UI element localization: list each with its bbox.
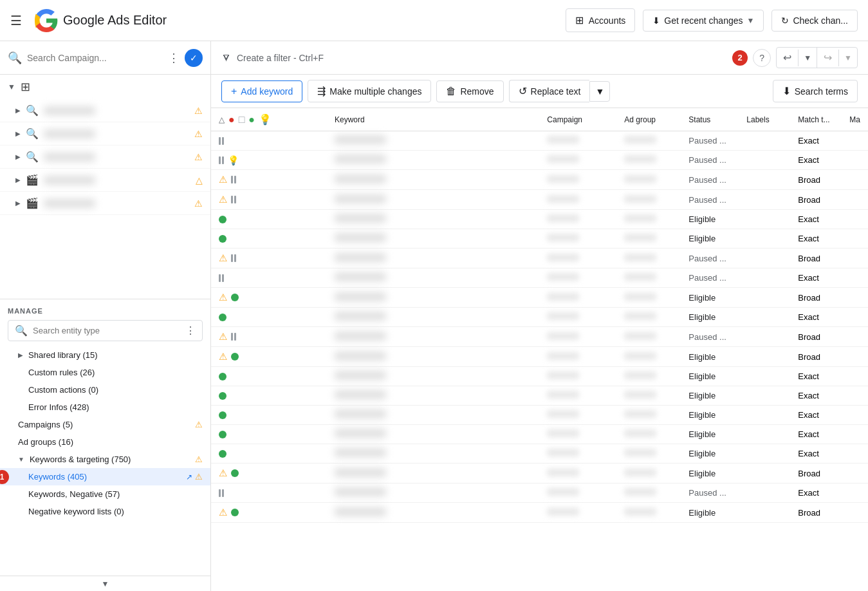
col-keyword-header[interactable]: Keyword [327,108,539,131]
icon-cell [211,406,327,425]
tree-row[interactable]: ▶ 🎬 ⚠ [0,192,210,215]
redo-dropdown[interactable]: ▼ [838,50,857,66]
manage-search-input[interactable] [33,326,180,335]
match-type-value: Exact [790,444,842,464]
match-type-value: Exact [790,425,842,444]
campaign-cell [539,444,616,464]
tree-row[interactable]: ▶ 🔍 ⚠ [0,122,210,145]
col-more-header[interactable]: Ma [842,108,868,131]
tree-collapse-icon[interactable]: ▼ [8,82,15,91]
check-changes-button[interactable]: ↻ Check chan... [771,10,858,32]
keyword-value [335,429,386,438]
menu-icon[interactable]: ☰ [10,13,22,28]
campaign-value [547,312,579,320]
add-keyword-button[interactable]: + Add keyword [221,80,302,102]
extra-cell [842,464,868,483]
undo-dropdown[interactable]: ▼ [798,50,817,66]
remove-button[interactable]: 🗑 Remove [436,80,503,102]
col-status-header[interactable]: Status [681,108,739,131]
search-terms-button[interactable]: ⬇ Search terms [773,80,858,102]
undo-button[interactable]: ↩ [777,48,798,68]
shared-library-label: Shared library (15) [28,350,203,360]
pause-icon [231,254,236,262]
get-recent-changes-button[interactable]: ⬇ Get recent changes ▼ [643,10,764,32]
adgroup-value [624,195,656,203]
table-row[interactable]: ⚠EligibleBroad [211,288,868,308]
tree-warning-icon: ⚠ [194,106,203,116]
table-row[interactable]: EligibleExact [211,367,868,386]
table-row[interactable]: ⚠EligibleBroad [211,347,868,367]
accounts-button[interactable]: ⊞ Accounts [566,8,636,32]
table-row[interactable]: ⚠Paused ...Broad [211,327,868,347]
filter-bar: ⛛ Create a filter - Ctrl+F 2 ? ↩ ▼ ↪ ▼ [211,41,868,75]
sidebar-item-keywords-targeting[interactable]: ▼ Keywords & targeting (750) ⚠ [0,451,210,468]
icon-cell: ⚠ [211,190,327,210]
replace-icon: ↺ [519,85,527,97]
more-options-icon[interactable]: ⋮ [168,51,180,65]
campaign-cell [539,464,616,483]
table-row[interactable]: EligibleExact [211,229,868,249]
col-icons-header[interactable]: △ ● □ ● 💡 [211,108,327,131]
search-campaign-input[interactable] [27,53,163,63]
table-row[interactable]: ⚠EligibleBroad [211,503,868,523]
filter-placeholder[interactable]: Create a filter - Ctrl+F [237,53,725,63]
table-row[interactable]: Paused ...Exact [211,268,868,288]
sidebar-item-custom-actions[interactable]: Custom actions (0) [0,381,210,399]
status-value: Eligible [688,214,716,224]
table-row[interactable]: EligibleExact [211,308,868,327]
warning-triangle-icon: ⚠ [219,174,227,185]
tree-campaign-label [44,199,95,208]
tree-row[interactable]: ▶ 🔍 ⚠ [0,145,210,169]
sidebar-item-campaigns[interactable]: Campaigns (5) ⚠ [0,416,210,433]
extra-cell [842,249,868,268]
table-row[interactable]: EligibleExact [211,425,868,444]
warning-triangle-icon: ⚠ [219,507,227,518]
adgroup-value [624,332,656,340]
sidebar-item-keywords[interactable]: 1 Keywords (405) ↗ ⚠ [0,468,210,485]
adgroup-cell [616,210,681,229]
status-value: Eligible [688,391,716,400]
table-row[interactable]: Paused ...Exact [211,131,868,151]
match-type-value: Broad [790,249,842,268]
adgroup-cell [616,503,681,523]
manage-search-bar: 🔍 ⋮ [8,320,203,341]
sidebar-item-shared-library[interactable]: ▶ Shared library (15) [0,346,210,364]
redo-button[interactable]: ↪ [817,48,838,68]
manage-more-icon[interactable]: ⋮ [185,324,196,337]
sidebar-item-negative-keyword-lists[interactable]: Negative keyword lists (0) [0,503,210,520]
icon-cell: 💡 [211,151,327,170]
sidebar-scroll-down[interactable]: ▼ [0,576,210,591]
table-row[interactable]: EligibleExact [211,444,868,464]
sync-icon[interactable]: ✓ [185,49,203,67]
col-labels-header[interactable]: Labels [739,108,790,131]
help-icon[interactable]: ? [753,49,771,67]
table-row[interactable]: ⚠Paused ...Broad [211,249,868,268]
tree-row[interactable]: ▶ 🔍 ⚠ [0,99,210,122]
tree-campaign-label [44,153,95,162]
table-row[interactable]: EligibleExact [211,210,868,229]
table-row[interactable]: ⚠EligibleBroad [211,464,868,483]
replace-text-button[interactable]: ↺ Replace text [509,80,590,102]
col-campaign-header[interactable]: Campaign [539,108,616,131]
labels-cell [739,327,790,347]
table-row[interactable]: EligibleExact [211,406,868,425]
sidebar-item-error-infos[interactable]: Error Infos (428) [0,399,210,416]
extra-cell [842,268,868,288]
table-row[interactable]: ⚠Paused ...Broad [211,190,868,210]
replace-text-dropdown[interactable]: ▼ [589,81,610,102]
tree-row[interactable]: ▶ 🎬 △ [0,169,210,192]
table-row[interactable]: 💡Paused ...Exact [211,151,868,170]
col-match-header[interactable]: Match t... [790,108,842,131]
keywords-label: Keywords (405) [28,472,182,482]
table-row[interactable]: EligibleExact [211,386,868,406]
icon-cell [211,425,327,444]
sidebar-item-ad-groups[interactable]: Ad groups (16) [0,433,210,451]
make-multiple-changes-button[interactable]: ⇶ Make multiple changes [308,80,431,102]
sidebar-item-keywords-negative[interactable]: Keywords, Negative (57) [0,485,210,503]
table-row[interactable]: Paused ...Exact [211,483,868,503]
sidebar-item-custom-rules[interactable]: Custom rules (26) [0,364,210,381]
table-row[interactable]: ⚠Paused ...Broad [211,170,868,190]
col-adgroup-header[interactable]: Ad group [616,108,681,131]
labels-cell [739,190,790,210]
campaign-cell [539,268,616,288]
